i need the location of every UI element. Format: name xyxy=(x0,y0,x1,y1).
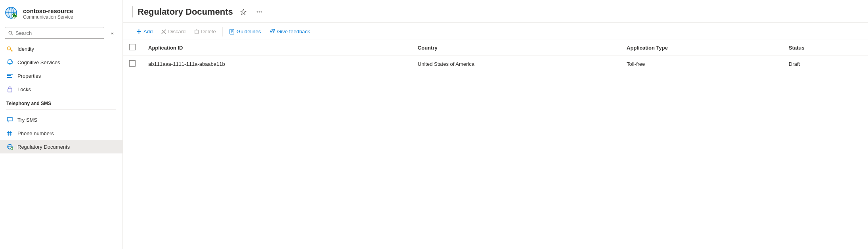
cell-status: Draft xyxy=(782,56,868,72)
delete-icon xyxy=(194,29,199,34)
svg-point-43 xyxy=(271,31,272,32)
header-divider xyxy=(132,6,133,17)
svg-point-13 xyxy=(9,63,11,65)
sidebar-item-regulatory-documents[interactable]: Regulatory Documents xyxy=(0,140,122,153)
svg-rect-15 xyxy=(7,75,11,76)
discard-icon xyxy=(161,29,166,34)
sidebar-item-identity[interactable]: Identity xyxy=(0,42,122,56)
ellipsis-icon xyxy=(256,9,262,15)
sidebar-item-locks[interactable]: Locks xyxy=(0,82,122,96)
guidelines-icon xyxy=(229,29,235,34)
page-header: Regulatory Documents xyxy=(123,0,868,23)
collapse-button[interactable]: « xyxy=(107,27,118,38)
header-application-id[interactable]: Application ID xyxy=(142,40,411,56)
lock-icon xyxy=(6,86,13,93)
bars-icon xyxy=(6,72,13,79)
toolbar-divider-1 xyxy=(222,27,223,36)
table-header-row: Application ID Country Application Type … xyxy=(123,40,868,56)
header-application-type[interactable]: Application Type xyxy=(620,40,782,56)
section-divider xyxy=(6,109,116,110)
cloud-icon xyxy=(6,59,13,66)
cell-application-id: ab111aaa-1111-111a-abaaba11b xyxy=(142,56,411,72)
sidebar-nav: Identity Cognitive Services Properties L… xyxy=(0,42,122,249)
search-box[interactable] xyxy=(5,27,104,39)
sidebar-header: ✓ contoso-resource Communication Service xyxy=(0,3,122,25)
table-row[interactable]: ab111aaa-1111-111a-abaaba11b United Stat… xyxy=(123,56,868,72)
svg-rect-17 xyxy=(8,89,12,92)
svg-rect-35 xyxy=(195,30,199,34)
header-checkbox-cell xyxy=(123,40,142,56)
search-input[interactable] xyxy=(15,30,101,36)
main-content: Regulatory Documents Add Discard Delete … xyxy=(123,0,868,249)
sidebar-item-try-sms[interactable]: Try SMS xyxy=(0,113,122,126)
svg-point-30 xyxy=(260,11,262,13)
app-logo: ✓ xyxy=(5,6,19,21)
resource-name: contoso-resource xyxy=(23,8,73,14)
more-options-button[interactable] xyxy=(254,6,265,17)
message-icon xyxy=(6,116,13,123)
sidebar-item-cognitive-services[interactable]: Cognitive Services xyxy=(0,56,122,69)
resource-type: Communication Service xyxy=(23,14,73,20)
svg-rect-16 xyxy=(7,77,12,78)
svg-rect-14 xyxy=(7,74,13,75)
favorite-button[interactable] xyxy=(238,6,249,17)
select-all-checkbox[interactable] xyxy=(129,44,136,50)
guidelines-button[interactable]: Guidelines xyxy=(225,27,265,36)
add-icon xyxy=(136,29,141,34)
svg-point-28 xyxy=(256,11,258,13)
row-checkbox-cell xyxy=(123,56,142,72)
svg-text:✓: ✓ xyxy=(13,15,15,17)
hash-icon xyxy=(6,130,13,137)
header-country[interactable]: Country xyxy=(411,40,620,56)
svg-text:?: ? xyxy=(273,29,274,31)
toolbar: Add Discard Delete Guidelines ? Give fee… xyxy=(123,23,868,40)
sidebar-item-properties[interactable]: Properties xyxy=(0,69,122,82)
resource-title-block: contoso-resource Communication Service xyxy=(23,8,73,20)
data-table: Application ID Country Application Type … xyxy=(123,40,868,72)
header-status[interactable]: Status xyxy=(782,40,868,56)
table-area: Application ID Country Application Type … xyxy=(123,40,868,249)
svg-point-8 xyxy=(9,31,12,34)
key-icon xyxy=(6,45,13,52)
search-row: « xyxy=(0,25,122,42)
delete-button[interactable]: Delete xyxy=(190,27,220,36)
sidebar-item-phone-numbers[interactable]: Phone numbers xyxy=(0,126,122,140)
svg-line-9 xyxy=(11,34,13,35)
star-icon xyxy=(240,9,247,15)
svg-marker-27 xyxy=(241,9,246,15)
feedback-icon: ? xyxy=(270,29,275,34)
row-checkbox[interactable] xyxy=(129,60,136,67)
regulatory-globe-icon xyxy=(6,143,13,150)
give-feedback-button[interactable]: ? Give feedback xyxy=(266,27,314,36)
cell-application-type: Toll-free xyxy=(620,56,782,72)
section-telephony-label: Telephony and SMS xyxy=(0,96,122,108)
cell-country: United States of America xyxy=(411,56,620,72)
svg-point-10 xyxy=(8,47,11,50)
svg-point-29 xyxy=(258,11,260,13)
search-icon xyxy=(8,31,13,36)
discard-button[interactable]: Discard xyxy=(157,27,189,36)
sidebar: ✓ contoso-resource Communication Service… xyxy=(0,0,123,249)
add-button[interactable]: Add xyxy=(132,27,157,36)
page-title: Regulatory Documents xyxy=(138,7,233,17)
